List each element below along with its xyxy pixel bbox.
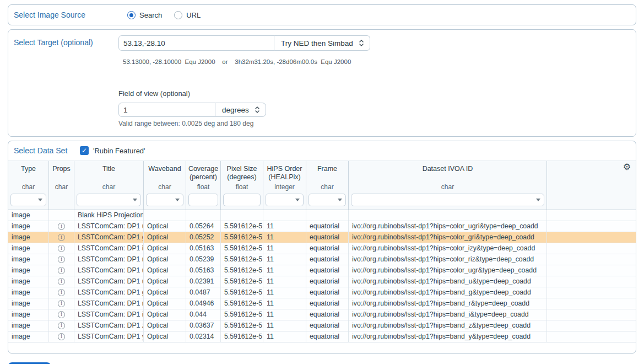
column-filter-select[interactable] (146, 194, 183, 206)
rubin-featured-label: 'Rubin Featured' (93, 147, 145, 155)
cell-hips-order: 11 (263, 309, 306, 320)
chevron-down-icon (175, 199, 180, 201)
cell-pixel-size: 5.591612e-5 (221, 254, 263, 265)
column-filter-select[interactable] (10, 194, 46, 206)
column-header-filler: ⚙ (547, 161, 636, 210)
info-icon[interactable]: i (58, 267, 65, 274)
cell-title: LSSTComCam: DP1 izy (74, 243, 144, 254)
column-filter-area (349, 193, 546, 210)
table-row[interactable]: imageiLSSTComCam: DP1 zOptical0.036375.5… (8, 320, 636, 331)
cell-props: i (49, 320, 74, 331)
column-filter-area (49, 193, 74, 210)
chevron-down-icon (133, 199, 137, 201)
cell-type: image (8, 298, 49, 309)
fov-input[interactable] (118, 103, 215, 117)
table-row[interactable]: imageiLSSTComCam: DP1 yOptical0.023145.5… (8, 331, 636, 342)
column-filter-input[interactable] (188, 194, 218, 206)
cell-filler (547, 221, 636, 232)
table-row[interactable]: imageiLSSTComCam: DP1 ugrOptical0.051635… (8, 265, 636, 276)
cell-props: i (49, 232, 74, 243)
target-input[interactable] (118, 35, 274, 51)
column-dtype: char (321, 183, 333, 193)
cell-hips-order: 11 (263, 232, 306, 243)
info-icon[interactable]: i (58, 223, 65, 230)
cell-frame: equatorial (306, 287, 349, 298)
column-label: Dataset IVOA ID (423, 165, 473, 183)
info-icon[interactable]: i (58, 245, 65, 252)
cell-props: i (49, 298, 74, 309)
cell-filler (547, 298, 636, 309)
column-filter-area (74, 193, 143, 210)
table-row[interactable]: imageiLSSTComCam: DP1 griOptical0.052525… (8, 232, 636, 243)
table-options-gear-icon[interactable]: ⚙ (623, 163, 631, 172)
cell-title: LSSTComCam: DP1 u (74, 276, 144, 287)
cell-waveband: Optical (144, 232, 186, 243)
column-header-pixel-size: Pixel Size(degrees)float (221, 161, 263, 210)
table-row[interactable]: imageiLSSTComCam: DP1 ugriOptical0.05264… (8, 221, 636, 232)
cell-title: Blank HiPS Projection (74, 210, 144, 221)
cell-title: LSSTComCam: DP1 g (74, 287, 144, 298)
cell-ivoa-id: ivo://org.rubinobs/lsst-dp1?hips=color_u… (349, 265, 547, 276)
cell-coverage: 0.05252 (186, 232, 221, 243)
cell-coverage: 0.0487 (186, 287, 221, 298)
column-header-type: Typechar (8, 161, 49, 210)
cell-props: i (49, 265, 74, 276)
table-row[interactable]: imageiLSSTComCam: DP1 izyOptical0.051635… (8, 243, 636, 254)
cell-type: image (8, 287, 49, 298)
up-down-spinner-icon (255, 105, 260, 114)
info-icon[interactable]: i (58, 234, 65, 241)
cell-title: LSSTComCam: DP1 ugr (74, 265, 144, 276)
cell-type: image (8, 276, 49, 287)
info-icon[interactable]: i (58, 256, 65, 263)
cell-type: image (8, 309, 49, 320)
table-row[interactable]: imageiLSSTComCam: DP1 rizOptical0.052395… (8, 254, 636, 265)
cell-title: LSSTComCam: DP1 ugri (74, 221, 144, 232)
chevron-down-icon (38, 199, 42, 201)
chevron-down-icon (536, 199, 540, 201)
rubin-featured-checkbox[interactable]: ✓ 'Rubin Featured' (80, 146, 145, 155)
cell-hips-order: 11 (263, 331, 306, 342)
cell-filler (547, 210, 636, 221)
column-filter-input[interactable] (223, 194, 261, 206)
radio-option-url[interactable]: URL (174, 11, 201, 19)
column-dtype: char (55, 183, 68, 193)
table-row[interactable]: imageiLSSTComCam: DP1 gOptical0.04875.59… (8, 287, 636, 298)
column-filter-select[interactable] (266, 194, 304, 206)
column-dtype: char (441, 183, 454, 193)
cell-type: image (8, 265, 49, 276)
image-search-page: Select Image Source SearchURL Select Tar… (0, 0, 644, 364)
radio-label: Search (139, 11, 162, 19)
dataset-table: TypecharPropscharTitlecharWavebandcharCo… (8, 160, 636, 342)
column-filter-area (263, 193, 306, 210)
column-filter-select[interactable] (77, 194, 141, 206)
column-header-title: Titlechar (74, 161, 144, 210)
fov-unit-select[interactable]: degrees (215, 103, 266, 117)
cell-filler (547, 276, 636, 287)
cell-ivoa-id: ivo://org.rubinobs/lsst-dp1?hips=color_u… (349, 221, 547, 232)
cell-pixel-size: 5.591612e-5 (221, 309, 263, 320)
info-icon[interactable]: i (58, 311, 65, 318)
cell-ivoa-id: ivo://org.rubinobs/lsst-dp1?hips=band_g&… (349, 287, 547, 298)
cell-coverage: 0.05163 (186, 265, 221, 276)
table-row[interactable]: imageiLSSTComCam: DP1 rOptical0.049465.5… (8, 298, 636, 309)
cell-waveband: Optical (144, 254, 186, 265)
column-filter-select[interactable] (351, 194, 544, 206)
cell-filler (547, 287, 636, 298)
column-filter-select[interactable] (309, 194, 346, 206)
column-filter-area (221, 193, 263, 210)
column-label: Props (52, 165, 71, 183)
column-sublabel: (degrees) (227, 173, 257, 181)
table-row[interactable]: imageiLSSTComCam: DP1 iOptical0.0445.591… (8, 309, 636, 320)
cell-type: image (8, 243, 49, 254)
info-icon[interactable]: i (58, 333, 65, 340)
image-source-title: Select Image Source (14, 10, 127, 19)
info-icon[interactable]: i (58, 278, 65, 285)
info-icon[interactable]: i (58, 300, 65, 307)
info-icon[interactable]: i (58, 322, 65, 329)
resolver-select[interactable]: Try NED then Simbad (274, 35, 370, 51)
radio-option-search[interactable]: Search (127, 11, 162, 19)
table-row[interactable]: imageiLSSTComCam: DP1 uOptical0.023915.5… (8, 276, 636, 287)
table-row[interactable]: imageBlank HiPS Projection (8, 210, 636, 221)
info-icon[interactable]: i (58, 289, 65, 296)
dataset-title: Select Data Set (14, 146, 74, 155)
